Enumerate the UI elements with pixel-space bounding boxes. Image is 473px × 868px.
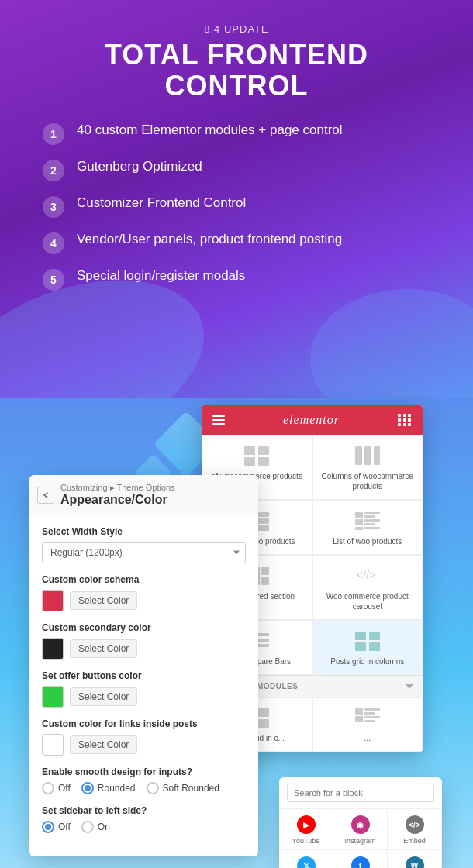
social-item-wordpress[interactable]: WWordPress — [388, 850, 442, 868]
width-style-select-wrapper[interactable]: Regular (1200px) — [42, 542, 246, 563]
svg-rect-0 — [244, 446, 255, 455]
offer-buttons-label: Set offer buttons color — [42, 670, 246, 681]
hero-title: TOTAL FRONTEND CONTROL — [31, 40, 442, 101]
svg-rect-19 — [261, 567, 269, 575]
social-item-youtube[interactable]: ▶YouTube — [279, 809, 333, 850]
sidebar-off[interactable]: Off — [42, 821, 71, 833]
customizer-header: Customizing ▸ Theme Options Appearance/C… — [29, 475, 258, 515]
customizer-body: Select Width Style Regular (1200px) Cust… — [29, 515, 258, 856]
back-button[interactable] — [37, 487, 54, 504]
secondary-color-field-inner: Select Color — [42, 638, 246, 660]
width-style-label: Select Width Style — [42, 526, 246, 537]
offer-buttons-field: Set offer buttons color Select Color — [42, 670, 246, 708]
smooth-design-label: Enable smooth design for inputs? — [42, 766, 246, 777]
color-schema-color-field: Select Color — [42, 590, 246, 611]
hamburger-icon[interactable] — [212, 415, 225, 425]
social-item-twitter[interactable]: 𝕏Twitter — [279, 850, 333, 868]
customizer-panel: Customizing ▸ Theme Options Appearance/C… — [29, 475, 258, 856]
svg-rect-33 — [355, 708, 363, 715]
radio-off-label: Off — [58, 783, 71, 794]
module-posts-grid[interactable]: Posts grid in columns — [312, 620, 423, 675]
sidebar-on-circle — [81, 821, 94, 833]
svg-text:<//>: <//> — [357, 569, 375, 581]
width-style-field: Select Width Style Regular (1200px) — [42, 526, 246, 563]
module-label-carousel: Woo commerce product carousel — [319, 591, 416, 611]
sidebar-label: Set sidebar to left side? — [42, 805, 246, 816]
links-color-swatch[interactable] — [42, 734, 64, 756]
radio-soft-rounded[interactable]: Soft Rounded — [147, 782, 219, 794]
feature-text-3: Customizer Frontend Control — [77, 195, 246, 211]
social-grid: ▶YouTube◉Instagram</>Embed𝕏TwitterfFaceb… — [279, 809, 442, 868]
customizer-breadcrumb: Customizing ▸ Theme Options — [60, 483, 175, 493]
radio-rounded-circle — [81, 782, 94, 794]
module-label-list-woo: List of woo products — [333, 536, 402, 546]
smooth-design-field: Enable smooth design for inputs? Off Rou… — [42, 766, 246, 794]
radio-off[interactable]: Off — [42, 782, 71, 794]
secondary-color-select-button[interactable]: Select Color — [70, 639, 137, 658]
hub-chevron-icon — [406, 684, 413, 689]
color-schema-select-button[interactable]: Select Color — [70, 591, 137, 610]
feature-item-2: 2 Gutenberg Optimized — [43, 159, 430, 181]
customizer-title: Appearance/Color — [60, 493, 175, 507]
module-columns-woo[interactable]: Columns of woocommerce products — [312, 435, 423, 500]
radio-off-circle — [42, 782, 54, 794]
hero-section: 8.4 UPDATE TOTAL FRONTEND CONTROL 1 40 c… — [0, 0, 473, 398]
secondary-color-swatch[interactable] — [42, 638, 64, 660]
secondary-color-field: Custom secondary color Select Color — [42, 622, 246, 660]
svg-rect-32 — [258, 719, 269, 728]
svg-rect-10 — [355, 512, 363, 518]
feature-num-5: 5 — [43, 269, 64, 291]
feature-text-2: Gutenberg Optimized — [77, 159, 202, 174]
elementor-title: elementor — [283, 413, 340, 427]
svg-rect-1 — [258, 446, 269, 455]
links-color-select-button[interactable]: Select Color — [70, 735, 137, 754]
feature-item-1: 1 40 custom Elementor modules + page con… — [43, 122, 430, 145]
svg-rect-4 — [355, 446, 362, 465]
secondary-color-label: Custom secondary color — [42, 622, 246, 633]
offer-buttons-color-field: Select Color — [42, 686, 246, 708]
search-block-input[interactable] — [287, 784, 434, 802]
svg-rect-13 — [355, 519, 363, 525]
social-item-embed[interactable]: </>Embed — [388, 809, 442, 850]
search-block-panel: ▶YouTube◉Instagram</>Embed𝕏TwitterfFaceb… — [279, 777, 442, 868]
svg-rect-28 — [369, 642, 380, 651]
sidebar-field: Set sidebar to left side? Off On — [42, 805, 246, 833]
feature-text-4: Vendor/User panels, product frontend pos… — [77, 232, 342, 247]
feature-item-5: 5 Special login/register modals — [43, 268, 430, 291]
feature-text-5: Special login/register modals — [77, 268, 245, 284]
color-schema-swatch[interactable] — [42, 590, 64, 611]
svg-rect-20 — [261, 577, 269, 585]
feature-item-4: 4 Vendor/User panels, product frontend p… — [43, 232, 430, 254]
grid-icon-button[interactable] — [398, 414, 412, 426]
svg-rect-6 — [374, 446, 380, 465]
module-list-woo[interactable]: List of woo products — [312, 500, 423, 555]
svg-rect-36 — [355, 716, 363, 722]
elementor-header: elementor — [202, 405, 423, 435]
radio-rounded[interactable]: Rounded — [81, 782, 136, 794]
svg-rect-11 — [364, 512, 380, 514]
color-schema-field: Custom color schema Select Color — [42, 574, 246, 611]
svg-rect-5 — [364, 446, 371, 465]
links-color-field-inner: Select Color — [42, 734, 246, 756]
offer-buttons-select-button[interactable]: Select Color — [70, 687, 137, 706]
svg-rect-15 — [364, 523, 375, 525]
svg-rect-34 — [364, 708, 380, 711]
svg-rect-12 — [364, 515, 375, 518]
module-label-extra-2: ... — [364, 733, 371, 743]
radio-soft-circle — [147, 782, 159, 794]
social-item-facebook[interactable]: fFacebook — [333, 850, 388, 868]
feature-text-1: 40 custom Elementor modules + page contr… — [77, 122, 343, 138]
module-extra-2[interactable]: ... — [312, 697, 423, 752]
social-item-instagram[interactable]: ◉Instagram — [333, 809, 388, 850]
sidebar-on[interactable]: On — [81, 821, 110, 833]
module-carousel[interactable]: <//> Woo commerce product carousel — [312, 555, 423, 620]
sidebar-on-label: On — [98, 822, 110, 832]
smooth-design-radio-group: Off Rounded Soft Rounded — [42, 782, 246, 794]
feature-num-1: 1 — [43, 123, 64, 145]
offer-buttons-swatch[interactable] — [42, 686, 64, 708]
sidebar-off-label: Off — [58, 822, 71, 832]
width-style-select[interactable]: Regular (1200px) — [42, 542, 246, 563]
links-color-label: Custom color for links inside posts — [42, 718, 246, 729]
svg-rect-26 — [369, 632, 380, 640]
svg-rect-14 — [364, 519, 380, 522]
